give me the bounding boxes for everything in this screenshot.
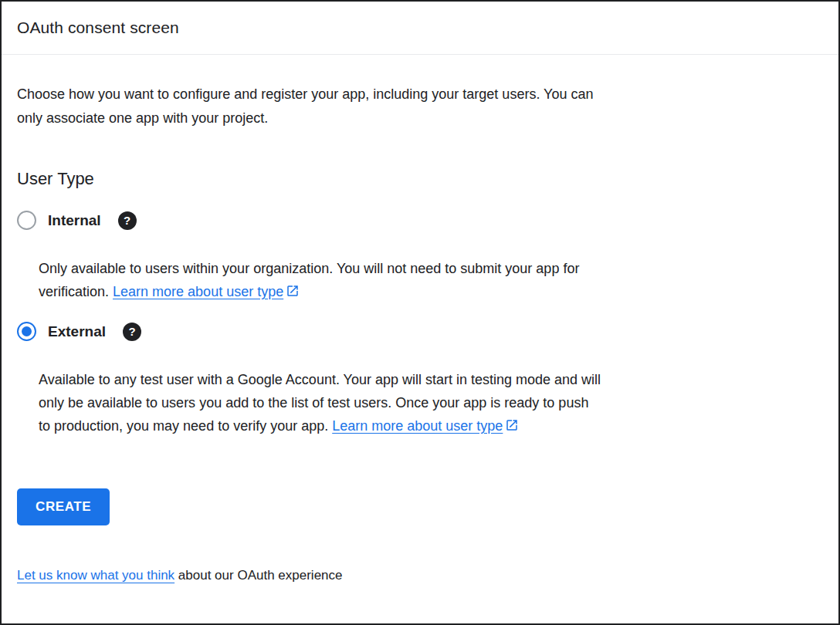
external-description: Available to any test user with a Google… [39, 368, 602, 438]
help-icon[interactable]: ? [123, 323, 141, 341]
feedback-link[interactable]: Let us know what you think [17, 568, 174, 583]
radio-internal-unselected-icon[interactable] [17, 211, 36, 230]
help-icon[interactable]: ? [118, 211, 137, 230]
radio-internal-label[interactable]: Internal [48, 212, 101, 229]
learn-more-link-internal[interactable]: Learn more about user type [113, 284, 300, 299]
radio-option-internal[interactable]: Internal ? [17, 211, 823, 230]
internal-description: Only available to users within your orga… [39, 257, 602, 303]
page-content: Choose how you want to configure and reg… [2, 83, 838, 583]
intro-text: Choose how you want to configure and reg… [17, 83, 610, 130]
radio-external-selected-icon[interactable] [17, 322, 36, 341]
user-type-heading: User Type [17, 169, 823, 189]
feedback-footer: Let us know what you think about our OAu… [17, 568, 823, 583]
learn-more-link-external[interactable]: Learn more about user type [332, 418, 519, 434]
radio-option-external[interactable]: External ? [17, 322, 823, 341]
external-link-icon [286, 284, 300, 298]
oauth-consent-panel: OAuth consent screen Choose how you want… [0, 0, 840, 625]
learn-more-link-internal-label[interactable]: Learn more about user type [113, 284, 283, 299]
page-title: OAuth consent screen [17, 19, 179, 37]
learn-more-link-external-label[interactable]: Learn more about user type [332, 418, 503, 434]
feedback-suffix: about our OAuth experience [174, 568, 342, 583]
page-header: OAuth consent screen [2, 2, 838, 55]
create-button[interactable]: CREATE [17, 488, 110, 525]
radio-external-label[interactable]: External [48, 323, 106, 340]
external-link-icon [505, 418, 519, 432]
